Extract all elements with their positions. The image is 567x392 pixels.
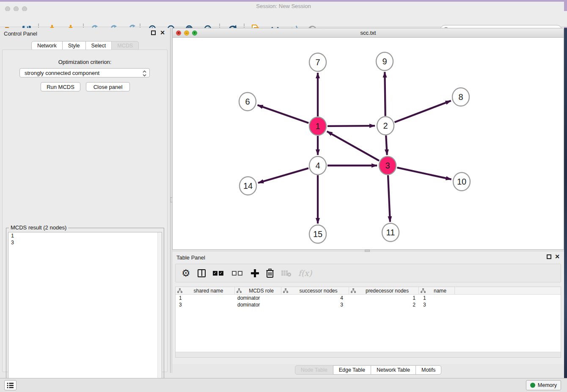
close-panel-icon[interactable]: ✕ [160,29,165,36]
delete-table-icon[interactable] [281,267,291,279]
close-panel-button[interactable]: Close panel [86,82,130,91]
tab-select[interactable]: Select [85,41,112,50]
column-header-predecessor-nodes[interactable]: predecessor nodes [349,287,419,294]
tab-edge-table[interactable]: Edge Table [333,365,371,375]
function-builder-icon[interactable]: f(x) [298,267,312,279]
mcds-result-group: MCDS result (2 nodes) 13 [6,228,164,388]
main-toolbar [0,11,567,27]
result-scrollbar[interactable] [157,232,162,385]
add-column-icon[interactable] [251,267,259,279]
task-history-button[interactable] [4,380,17,390]
float-panel-icon[interactable] [151,30,156,35]
table-cell[interactable]: 2 [349,301,419,308]
graph-node-label-4: 4 [315,161,320,170]
column-header-successor-nodes[interactable]: successor nodes [281,287,349,294]
column-header-label: MCDS role [242,288,281,294]
column-type-icon [237,288,242,293]
network-title: scc.txt [173,28,564,38]
select-all-checkboxes-icon[interactable]: ✓✓ [213,267,225,279]
column-header-shared-name[interactable]: shared name [176,287,235,294]
delete-column-icon[interactable] [266,267,274,279]
mcds-tab-content: Optimization criterion: strongly connect… [2,50,168,372]
column-header-MCDS-role[interactable]: MCDS role [235,287,281,294]
table-row[interactable]: 3dominator323 [176,301,561,308]
table-cell[interactable]: dominator [235,301,281,308]
table-toolbar: ⚙ ✓✓ f(x) [175,264,561,282]
network-window-titlebar[interactable]: ✕ − + scc.txt [173,28,564,38]
table-cell[interactable]: 3 [281,301,349,308]
status-bar: Memory [0,378,567,392]
memory-label: Memory [538,382,557,388]
column-type-icon [351,288,356,293]
table-options-gear-icon[interactable]: ⚙ [182,267,190,279]
graph-edge-3-1[interactable] [327,131,379,160]
graph-edge-3-10[interactable] [397,168,451,179]
graph-edge-2-8[interactable] [394,101,451,122]
tab-network[interactable]: Network [31,41,63,50]
application-window: Session: New Session [0,0,567,392]
graph-edge-3-11[interactable] [388,175,390,222]
network-canvas[interactable]: 7968124314101511 [173,38,564,250]
graph-edge-1-2[interactable] [328,126,375,126]
graph-node-label-15: 15 [313,229,322,239]
main-titlebar[interactable]: Session: New Session [0,2,567,11]
tab-network-table[interactable]: Network Table [371,365,416,375]
table-cell[interactable]: 4 [281,295,349,301]
graph-edge-2-3[interactable] [386,135,387,155]
graph-node-label-2: 2 [383,121,388,130]
mcds-result-line: 3 [8,239,162,246]
mcds-result-textarea[interactable]: 13 [8,232,162,386]
memory-button[interactable]: Memory [526,380,561,390]
column-header-name[interactable]: name [419,287,455,294]
table-cell[interactable]: 1 [419,295,455,301]
node-table: shared nameMCDS rolesuccessor nodesprede… [175,287,561,358]
graph-node-label-1: 1 [315,121,320,131]
column-header-label: shared name [182,288,234,294]
table-cell[interactable]: 3 [176,301,235,308]
optimization-criterion-label: Optimization criterion: [3,59,167,65]
table-header-row: shared nameMCDS rolesuccessor nodesprede… [176,287,561,295]
maximize-network-button[interactable]: + [192,30,197,36]
network-view-window: ✕ − + scc.txt 7968124314101511 [172,28,564,250]
column-header-label: successor nodes [288,288,349,294]
deselect-all-checkboxes-icon[interactable] [232,267,244,279]
control-panel-header: Control Panel ✕ [0,28,170,40]
close-network-button[interactable]: ✕ [176,30,181,36]
mcds-result-line: 1 [8,232,162,239]
graph-edge-4-14[interactable] [258,168,308,183]
table-cell[interactable]: 3 [419,301,455,308]
run-mcds-button[interactable]: Run MCDS [41,82,80,91]
list-icon [7,382,14,389]
graph-node-label-11: 11 [386,228,395,237]
table-cell[interactable]: 1 [176,295,235,301]
toggle-column-view-icon[interactable] [198,267,206,279]
network-window-traffic-lights[interactable]: ✕ − + [176,30,200,36]
graph-node-label-8: 8 [458,92,463,102]
graph-node-label-10: 10 [457,177,466,186]
close-panel-icon[interactable]: ✕ [555,253,560,260]
session-title: Session: New Session [0,2,567,11]
tab-style[interactable]: Style [62,41,86,50]
network-graph[interactable]: 7968124314101511 [173,38,564,250]
tab-mcds[interactable]: MCDS [111,41,139,50]
table-cell[interactable]: dominator [235,295,281,301]
tab-motifs[interactable]: Motifs [416,365,441,375]
minimize-network-button[interactable]: − [184,30,189,36]
table-scroll-strip[interactable] [176,352,561,357]
graph-edge-2-9[interactable] [385,72,385,116]
desktop-edge [564,28,567,392]
column-type-icon [177,288,182,293]
column-header-label: predecessor nodes [356,288,418,294]
float-panel-icon[interactable] [547,254,551,259]
column-header-label: name [426,288,454,294]
column-type-icon [421,288,426,293]
control-panel-tabs: NetworkStyleSelectMCDS [0,41,170,50]
tab-node-table[interactable]: Node Table [295,365,333,375]
table-tabs-bar: Node TableEdge TableNetwork TableMotifs [172,365,564,377]
graph-node-label-6: 6 [245,97,250,106]
table-cell[interactable]: 1 [349,295,419,301]
criterion-select[interactable]: strongly connected component [19,68,150,77]
table-row[interactable]: 1dominator411 [176,295,561,301]
graph-edge-1-6[interactable] [258,105,309,123]
graph-node-label-14: 14 [243,181,253,190]
